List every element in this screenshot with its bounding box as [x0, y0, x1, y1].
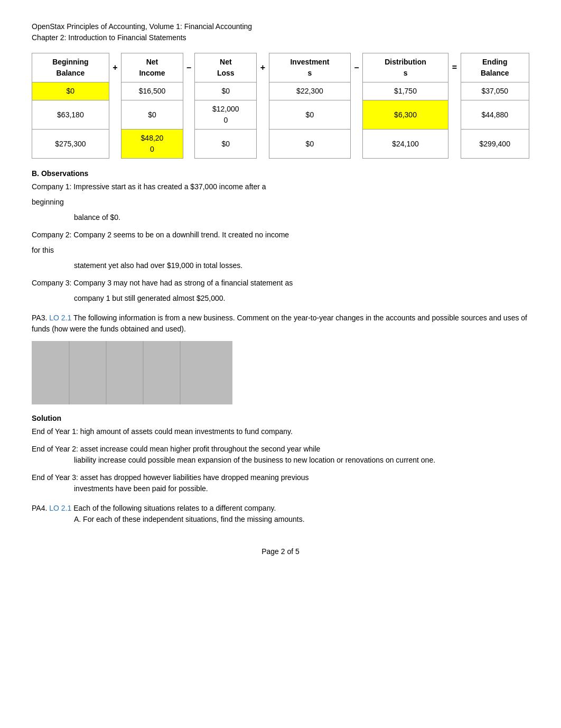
col-beginning: BeginningBalance — [32, 53, 109, 82]
svg-rect-24 — [74, 377, 94, 382]
solution-year2-block: End of Year 2: asset increase could mean… — [32, 444, 529, 466]
col-net-loss: NetLoss — [195, 53, 257, 82]
company2-block: Company 2: Company 2 seems to be on a do… — [32, 229, 529, 271]
company1-part2: beginning — [32, 197, 529, 208]
svg-rect-30 — [114, 393, 140, 398]
company2-part1: Company 2: Company 2 seems to be on a do… — [32, 229, 529, 241]
pa3-lo-link[interactable]: LO 2.1 — [49, 314, 71, 322]
row2-net-loss: $12,0000 — [195, 100, 257, 130]
col-investments: Investments — [269, 53, 351, 82]
op-minus-1: – — [183, 53, 195, 82]
row3-beginning: $275,300 — [32, 130, 109, 159]
row1-distributions: $1,750 — [362, 82, 448, 100]
svg-rect-1 — [32, 341, 69, 404]
company3-part1: Company 3: Company 3 may not have had as… — [32, 278, 529, 289]
solution-year3-part2: investments have been paid for possible. — [74, 483, 529, 494]
svg-rect-16 — [158, 345, 188, 351]
solution-label: Solution — [32, 413, 529, 424]
header-line1: OpenStax Principles of Accounting, Volum… — [32, 21, 529, 32]
svg-rect-22 — [201, 361, 219, 366]
row2-net-income: $0 — [121, 100, 183, 130]
pa3-label: PA3. — [32, 314, 47, 322]
observations-title: B. Observations — [32, 168, 529, 179]
row1-net-income: $16,500 — [121, 82, 183, 100]
company3-block: Company 3: Company 3 may not have had as… — [32, 278, 529, 304]
row1-investments: $22,300 — [269, 82, 351, 100]
solution-year2-part2: liability increase could possible mean e… — [74, 455, 529, 466]
svg-rect-28 — [34, 393, 54, 398]
row2-ending: $44,880 — [461, 100, 529, 130]
row1-ending: $37,050 — [461, 82, 529, 100]
op-minus-2: – — [351, 53, 363, 82]
svg-rect-18 — [34, 361, 55, 366]
svg-rect-25 — [114, 377, 139, 382]
equity-table: BeginningBalance + NetIncome – NetLoss +… — [32, 53, 529, 159]
svg-rect-29 — [74, 393, 96, 398]
svg-rect-27 — [201, 377, 220, 382]
row3-net-loss: $0 — [195, 130, 257, 159]
company2-part2: for this — [32, 245, 529, 256]
svg-rect-15 — [114, 345, 145, 351]
row3-ending: $299,400 — [461, 130, 529, 159]
table-row: $275,300 $48,200 $0 $0 $24,100 $299,400 — [32, 130, 529, 159]
svg-rect-2 — [71, 341, 108, 404]
pa3-block: PA3. LO 2.1 The following information is… — [32, 312, 529, 335]
op-equals: = — [448, 53, 461, 82]
pa4-label: PA4. — [32, 504, 47, 512]
svg-rect-5 — [201, 341, 232, 404]
svg-rect-23 — [34, 377, 57, 382]
pa3-text: The following information is from a new … — [32, 314, 527, 333]
svg-rect-0 — [32, 341, 232, 404]
svg-rect-14 — [74, 345, 100, 351]
row1-beginning: $0 — [32, 82, 109, 100]
row2-investments: $0 — [269, 100, 351, 130]
pa3-table-image — [32, 341, 232, 404]
op-plus-2: + — [257, 53, 269, 82]
row3-investments: $0 — [269, 130, 351, 159]
page-footer: Page 2 of 5 — [32, 546, 529, 557]
svg-rect-21 — [158, 361, 180, 366]
solution-year3-block: End of Year 3: asset has dropped however… — [32, 472, 529, 494]
solution-year3-part1: End of Year 3: asset has dropped however… — [32, 472, 529, 483]
svg-rect-20 — [114, 361, 137, 366]
company1-block: Company 1: Impressive start as it has cr… — [32, 181, 529, 223]
row3-net-income: $48,200 — [121, 130, 183, 159]
svg-rect-3 — [111, 341, 153, 404]
svg-rect-26 — [158, 377, 181, 382]
table-row: $0 $16,500 $0 $22,300 $1,750 $37,050 — [32, 82, 529, 100]
row2-beginning: $63,180 — [32, 100, 109, 130]
header-line2: Chapter 2: Introduction to Financial Sta… — [32, 32, 529, 43]
company3-part2: company 1 but still generated almost $25… — [74, 293, 529, 304]
solution-year2-part1: End of Year 2: asset increase could mean… — [32, 444, 529, 455]
company2-part3: statement yet also had over $19,000 in t… — [74, 260, 529, 271]
row1-net-loss: $0 — [195, 82, 257, 100]
col-net-income: NetIncome — [121, 53, 183, 82]
pa4-text: Each of the following situations relates… — [73, 504, 276, 512]
table-row: $63,180 $0 $12,0000 $0 $6,300 $44,880 — [32, 100, 529, 130]
col-distributions: Distributions — [362, 53, 448, 82]
row3-distributions: $24,100 — [362, 130, 448, 159]
col-ending: EndingBalance — [461, 53, 529, 82]
pa4-block: PA4. LO 2.1 Each of the following situat… — [32, 503, 529, 525]
svg-rect-17 — [201, 345, 225, 351]
page-header: OpenStax Principles of Accounting, Volum… — [32, 21, 529, 43]
pa4-lo-link[interactable]: LO 2.1 — [49, 504, 71, 512]
svg-rect-31 — [158, 393, 182, 398]
svg-rect-4 — [156, 341, 198, 404]
company1-part1: Company 1: Impressive start as it has cr… — [32, 181, 529, 192]
svg-rect-19 — [74, 361, 92, 366]
svg-rect-32 — [201, 393, 221, 398]
solution-year1: End of Year 1: high amount of assets cou… — [32, 426, 529, 437]
op-plus-1: + — [109, 53, 121, 82]
row2-distributions: $6,300 — [362, 100, 448, 130]
solution-block: Solution End of Year 1: high amount of a… — [32, 413, 529, 437]
pa4-subtext: A. For each of these independent situati… — [74, 514, 529, 525]
svg-rect-13 — [34, 345, 63, 351]
company1-part3: balance of $0. — [74, 212, 529, 223]
footer-text: Page 2 of 5 — [261, 547, 300, 556]
